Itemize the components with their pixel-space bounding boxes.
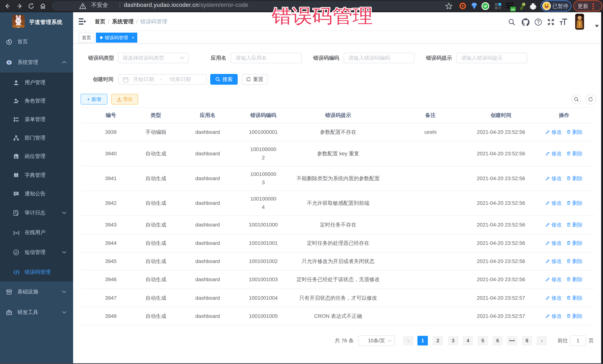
svg-text:错误码管理: 错误码管理 xyxy=(271,6,373,26)
svg-text:on: on xyxy=(511,8,515,11)
